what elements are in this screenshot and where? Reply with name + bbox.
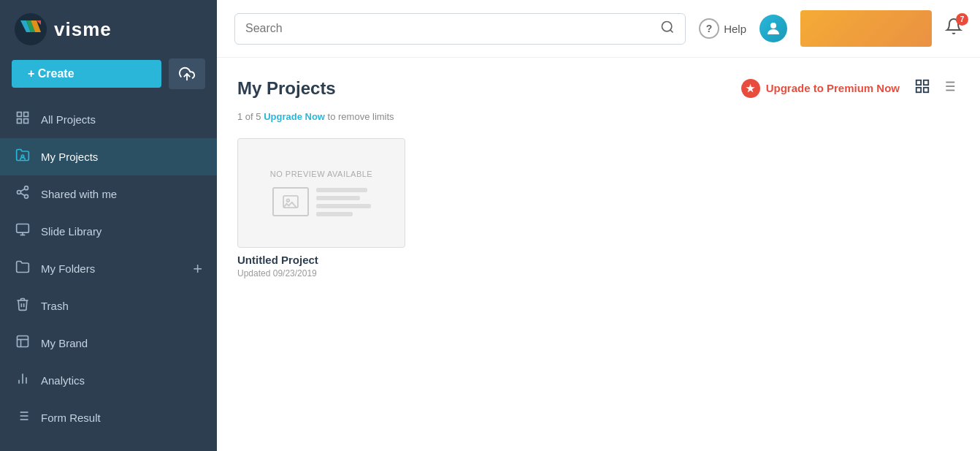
projects-grid: NO PREVIEW AVAILABLE Un <box>237 138 960 278</box>
header-right: ★ Upgrade to Premium Now <box>741 75 960 101</box>
sidebar-actions: + Create <box>0 58 217 101</box>
project-thumbnail: NO PREVIEW AVAILABLE <box>237 138 405 248</box>
main-content: ? Help 7 My Projects ★ Upgrade to Premiu… <box>217 0 980 451</box>
text-line <box>316 204 371 208</box>
svg-point-27 <box>770 23 776 29</box>
grid-icon <box>15 110 31 129</box>
logo-text: visme <box>54 18 112 41</box>
add-folder-button[interactable]: + <box>193 261 202 277</box>
svg-line-11 <box>20 189 25 191</box>
project-name: Untitled Project <box>237 254 405 266</box>
svg-point-9 <box>25 194 28 198</box>
svg-point-7 <box>25 186 28 190</box>
svg-rect-28 <box>916 80 921 85</box>
svg-rect-2 <box>18 113 22 117</box>
upgrade-link[interactable]: Upgrade Now <box>264 111 325 122</box>
svg-rect-15 <box>18 336 28 347</box>
sidebar: visme + Create All Projects My Projects <box>0 0 217 451</box>
sidebar-item-my-folders[interactable]: My Folders + <box>0 250 217 287</box>
content-area: My Projects ★ Upgrade to Premium Now 1 o… <box>217 58 980 451</box>
svg-rect-4 <box>24 119 28 124</box>
topbar: ? Help 7 <box>217 0 980 58</box>
svg-point-39 <box>286 199 289 202</box>
notification-bell[interactable]: 7 <box>945 18 962 39</box>
user-area-redacted <box>800 10 932 47</box>
create-button[interactable]: + Create <box>12 60 161 88</box>
sidebar-item-my-projects[interactable]: My Projects <box>0 138 217 175</box>
subheader: 1 of 5 Upgrade Now to remove limits <box>237 111 960 122</box>
upload-button[interactable] <box>169 58 205 89</box>
sidebar-item-label: All Projects <box>41 113 96 126</box>
svg-rect-5 <box>18 119 22 124</box>
slides-icon <box>15 222 31 240</box>
lines-placeholder <box>316 188 371 216</box>
sidebar-item-label: My Brand <box>41 337 88 349</box>
page-title: My Projects <box>237 78 336 99</box>
sidebar-item-label: Trash <box>41 300 69 312</box>
avatar[interactable] <box>759 15 787 42</box>
svg-line-10 <box>20 193 25 195</box>
search-box[interactable] <box>234 13 686 45</box>
sidebar-item-label: Analytics <box>41 374 85 387</box>
svg-rect-31 <box>916 88 921 92</box>
preview-placeholder <box>272 187 371 216</box>
text-line <box>316 196 360 200</box>
svg-rect-3 <box>24 113 28 117</box>
help-icon: ? <box>699 18 719 39</box>
text-line <box>316 212 353 216</box>
sidebar-item-trash[interactable]: Trash <box>0 287 217 325</box>
upgrade-button[interactable]: ★ Upgrade to Premium Now <box>741 79 900 98</box>
logo-area: visme <box>0 0 217 58</box>
sidebar-item-slide-library[interactable]: Slide Library <box>0 213 217 250</box>
project-date: Updated 09/23/2019 <box>237 268 405 278</box>
svg-rect-29 <box>924 80 928 85</box>
sidebar-item-label: My Folders <box>41 262 95 275</box>
form-icon <box>15 409 31 427</box>
nav-list: All Projects My Projects Shared with me … <box>0 101 217 451</box>
sidebar-item-label: Shared with me <box>41 188 117 200</box>
project-info: Untitled Project Updated 09/23/2019 <box>237 248 405 278</box>
analytics-icon <box>15 371 31 390</box>
limit-suffix: to remove limits <box>328 111 394 122</box>
limit-text: 1 of 5 <box>237 111 261 122</box>
view-toggle <box>911 75 960 101</box>
sidebar-item-analytics[interactable]: Analytics <box>0 362 217 399</box>
sidebar-item-label: My Projects <box>41 151 98 163</box>
brand-icon <box>15 334 31 352</box>
grid-view-icon <box>914 78 930 94</box>
svg-rect-30 <box>924 88 928 92</box>
upgrade-star-icon: ★ <box>741 79 760 98</box>
sidebar-item-shared-with-me[interactable]: Shared with me <box>0 175 217 213</box>
search-icon <box>660 20 675 38</box>
svg-rect-12 <box>17 224 29 233</box>
sidebar-item-label: Form Result <box>41 412 101 424</box>
no-preview-text: NO PREVIEW AVAILABLE <box>270 170 372 178</box>
sidebar-item-form-result[interactable]: Form Result <box>0 399 217 436</box>
svg-line-26 <box>670 29 673 32</box>
svg-point-25 <box>662 21 672 31</box>
trash-icon <box>15 297 31 315</box>
sidebar-item-label: Slide Library <box>41 225 102 238</box>
content-header: My Projects ★ Upgrade to Premium Now <box>237 75 960 101</box>
text-line <box>316 188 367 192</box>
list-view-button[interactable] <box>938 75 960 101</box>
sidebar-item-my-brand[interactable]: My Brand <box>0 325 217 362</box>
list-view-icon <box>941 78 957 94</box>
visme-logo-icon <box>15 13 47 45</box>
sidebar-item-all-projects[interactable]: All Projects <box>0 101 217 138</box>
upload-icon <box>179 66 195 82</box>
upgrade-button-label: Upgrade to Premium Now <box>766 82 900 94</box>
grid-view-button[interactable] <box>911 75 933 101</box>
svg-point-8 <box>18 191 21 194</box>
folder-user-icon <box>15 148 31 166</box>
help-label: Help <box>724 23 746 35</box>
search-input[interactable] <box>245 22 653 35</box>
notification-badge: 7 <box>956 13 968 26</box>
share-icon <box>15 185 31 203</box>
avatar-icon <box>765 20 782 37</box>
img-placeholder-icon <box>272 187 309 216</box>
help-button[interactable]: ? Help <box>699 18 746 39</box>
project-card[interactable]: NO PREVIEW AVAILABLE Un <box>237 138 405 278</box>
folder-icon <box>15 259 31 278</box>
